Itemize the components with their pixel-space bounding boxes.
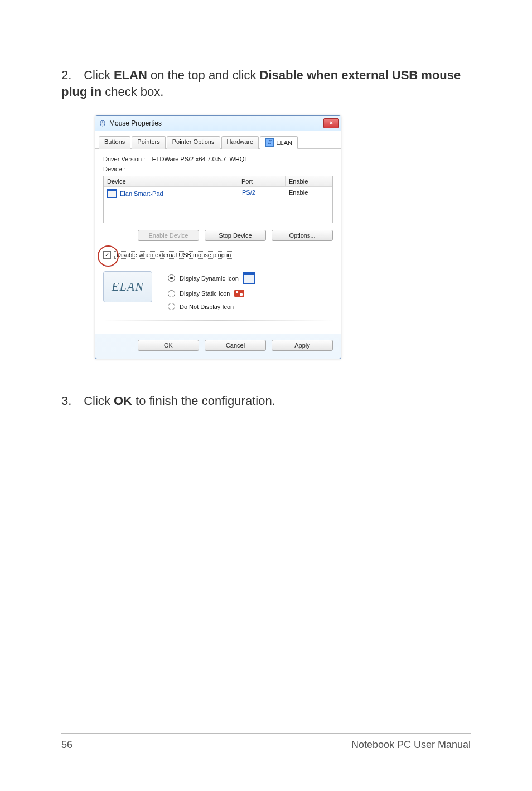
- cancel-button[interactable]: Cancel: [205, 340, 266, 351]
- radio-static[interactable]: [168, 290, 175, 297]
- tab-hardware[interactable]: Hardware: [221, 136, 259, 149]
- enable-device-button: Enable Device: [138, 230, 199, 241]
- device-name: Elan Smart-Pad: [120, 190, 163, 197]
- step-2-text: Click ELAN on the top and click Disable …: [61, 68, 461, 99]
- page: 2. Click ELAN on the top and click Disab…: [0, 0, 532, 791]
- stop-device-button[interactable]: Stop Device: [205, 230, 266, 241]
- apply-button[interactable]: Apply: [272, 340, 333, 351]
- header-port: Port: [238, 176, 286, 187]
- device-row[interactable]: Elan Smart-Pad PS/2 Enable: [104, 187, 332, 200]
- static-tray-icon: [234, 290, 244, 297]
- dynamic-tray-icon: [243, 272, 255, 284]
- tab-pointers[interactable]: Pointers: [132, 136, 165, 149]
- driver-version-label: Driver Version :: [103, 156, 145, 162]
- tab-elan[interactable]: E ELAN: [260, 136, 298, 149]
- dialog-title: Mouse Properties: [109, 119, 162, 127]
- header-device: Device: [104, 176, 238, 187]
- driver-version-value: ETDWare PS/2-x64 7.0.5.7_WHQL: [152, 156, 248, 162]
- driver-version-row: Driver Version : ETDWare PS/2-x64 7.0.5.…: [103, 156, 333, 162]
- mouse-icon: [99, 119, 107, 127]
- separator: [103, 320, 333, 321]
- radio-none-label: Do Not Display Icon: [180, 303, 234, 310]
- header-enable: Enable: [286, 176, 332, 187]
- tray-icon-radio-group: Display Dynamic Icon Display Static Icon…: [168, 271, 255, 310]
- tab-strip: Buttons Pointers Pointer Options Hardwar…: [95, 131, 341, 149]
- radio-dynamic-label: Display Dynamic Icon: [180, 275, 239, 282]
- step-2-number: 2.: [61, 67, 80, 84]
- device-buttons-row: Enable Device Stop Device Options...: [103, 230, 333, 241]
- brand-and-radios: ELAN Display Dynamic Icon Display Static…: [103, 271, 333, 310]
- device-enable: Enable: [286, 187, 332, 200]
- tab-elan-label: ELAN: [276, 139, 292, 146]
- radio-static-label: Display Static Icon: [180, 290, 230, 297]
- manual-title: Notebook PC User Manual: [351, 739, 471, 751]
- disable-usb-checkbox-label: Disable when external USB mouse plug in: [114, 251, 233, 259]
- dialog-body: Driver Version : ETDWare PS/2-x64 7.0.5.…: [95, 149, 341, 334]
- radio-dynamic[interactable]: [168, 274, 175, 282]
- radio-none[interactable]: [168, 303, 175, 310]
- step-3: 3. Click OK to finish the configuration.: [61, 393, 471, 409]
- disable-usb-checkbox[interactable]: ✓: [103, 251, 111, 259]
- elan-logo-text: ELAN: [112, 279, 144, 294]
- device-list: Device Port Enable Elan Smart-Pad PS/2 E…: [103, 176, 333, 223]
- options-button[interactable]: Options...: [272, 230, 333, 241]
- tab-pointer-options[interactable]: Pointer Options: [167, 136, 220, 149]
- close-button[interactable]: ×: [323, 118, 339, 128]
- disable-usb-checkbox-row: ✓ Disable when external USB mouse plug i…: [103, 251, 333, 259]
- step-3-text: Click OK to finish the configuration.: [84, 394, 275, 408]
- elan-logo: ELAN: [103, 271, 152, 302]
- dialog-container: Mouse Properties × Buttons Pointers Poin…: [95, 115, 471, 359]
- device-port: PS/2: [239, 187, 286, 200]
- dialog-footer-buttons: OK Cancel Apply: [95, 334, 341, 359]
- device-list-header: Device Port Enable: [104, 176, 332, 187]
- titlebar: Mouse Properties ×: [95, 116, 341, 131]
- tab-buttons[interactable]: Buttons: [99, 136, 130, 149]
- mouse-properties-dialog: Mouse Properties × Buttons Pointers Poin…: [95, 115, 341, 359]
- page-number: 56: [61, 739, 72, 751]
- device-label: Device :: [103, 166, 333, 172]
- step-2: 2. Click ELAN on the top and click Disab…: [61, 67, 471, 100]
- touchpad-icon: [107, 189, 117, 198]
- ok-button[interactable]: OK: [138, 340, 199, 351]
- elan-tab-icon: E: [265, 138, 274, 147]
- step-3-number: 3.: [61, 393, 80, 409]
- page-footer: 56 Notebook PC User Manual: [61, 733, 471, 751]
